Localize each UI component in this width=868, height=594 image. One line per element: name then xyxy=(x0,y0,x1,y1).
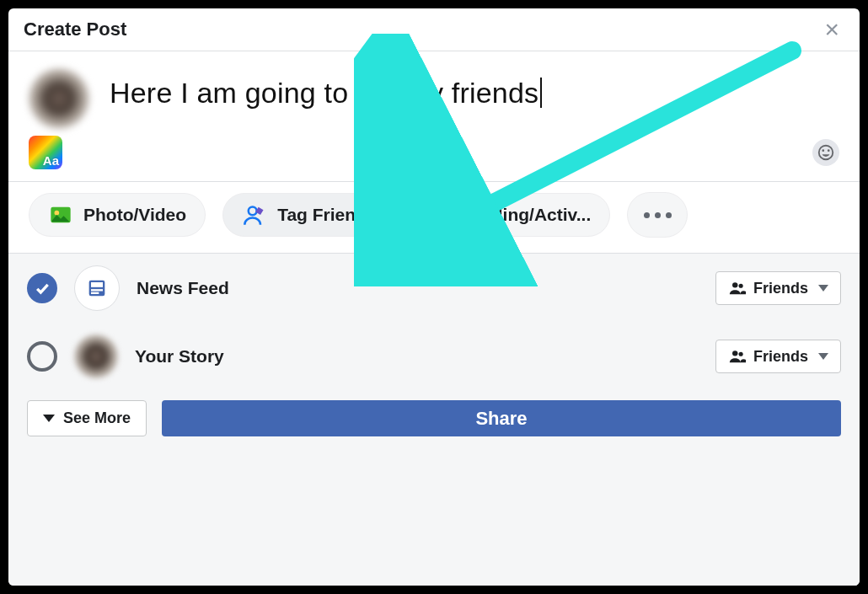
destination-news-feed[interactable]: News Feed Friends xyxy=(8,254,860,323)
feeling-activity-label: Feeling/Activ... xyxy=(468,205,592,225)
svg-rect-8 xyxy=(91,289,103,291)
photo-video-pill[interactable]: Photo/Video xyxy=(29,193,206,237)
post-text-input[interactable]: Here I am going to tag my friends xyxy=(110,68,839,110)
tag-friends-label: Tag Friends xyxy=(277,205,376,225)
svg-point-13 xyxy=(739,352,743,356)
create-post-dialog: Create Post × Here I am going to tag my … xyxy=(8,8,860,586)
svg-point-3 xyxy=(435,205,454,224)
composer-tools-row: Aa xyxy=(8,136,860,181)
feeling-activity-pill[interactable]: Feeling/Activ... xyxy=(413,193,611,237)
svg-rect-9 xyxy=(91,292,99,294)
dialog-footer: See More Share xyxy=(8,390,860,452)
dialog-title: Create Post xyxy=(24,19,126,40)
share-button[interactable]: Share xyxy=(162,400,841,436)
your-story-audience-button[interactable]: Friends xyxy=(715,340,841,373)
tag-friends-pill[interactable]: Tag Friends xyxy=(222,193,395,237)
svg-point-11 xyxy=(739,284,743,288)
friends-icon xyxy=(728,347,747,366)
feeling-icon xyxy=(432,202,458,227)
your-story-audience-label: Friends xyxy=(753,348,808,366)
your-story-avatar xyxy=(74,334,118,378)
composer-area: Here I am going to tag my friends xyxy=(8,51,860,136)
news-feed-icon xyxy=(74,265,120,311)
your-story-label: Your Story xyxy=(135,346,224,367)
your-story-radio[interactable] xyxy=(27,341,57,372)
svg-rect-7 xyxy=(91,282,103,287)
svg-point-2 xyxy=(249,206,257,215)
tag-friends-icon xyxy=(242,202,267,227)
more-options-pill[interactable] xyxy=(627,192,688,238)
news-feed-audience-label: Friends xyxy=(753,280,808,297)
photo-icon xyxy=(48,202,73,227)
background-aa-label: Aa xyxy=(43,153,59,168)
svg-point-5 xyxy=(447,211,450,215)
see-more-button[interactable]: See More xyxy=(27,400,147,436)
friends-icon xyxy=(728,279,747,297)
check-icon xyxy=(34,280,51,297)
news-feed-audience-button[interactable]: Friends xyxy=(715,271,841,305)
photo-video-label: Photo/Video xyxy=(83,205,186,225)
svg-point-10 xyxy=(732,282,737,287)
text-caret xyxy=(540,78,542,108)
smile-icon xyxy=(817,143,835,162)
close-icon[interactable]: × xyxy=(819,17,844,42)
news-feed-radio[interactable] xyxy=(27,273,57,303)
attachment-pill-bar: Photo/Video Tag Friends Feeling/Activ... xyxy=(8,181,860,253)
see-more-label: See More xyxy=(63,409,131,427)
post-text-value: Here I am going to tag my friends xyxy=(110,77,538,109)
avatar xyxy=(29,68,89,129)
chevron-down-icon xyxy=(818,353,828,360)
svg-point-12 xyxy=(732,351,737,356)
news-feed-label: News Feed xyxy=(137,278,229,298)
dialog-header: Create Post × xyxy=(8,8,860,51)
emoji-picker-button[interactable] xyxy=(812,139,839,166)
destinations-panel: News Feed Friends Your Story Friends xyxy=(8,253,860,586)
svg-point-4 xyxy=(440,211,443,215)
ellipsis-icon xyxy=(644,212,650,218)
destination-your-story[interactable]: Your Story Friends xyxy=(8,323,860,390)
chevron-down-icon xyxy=(818,285,828,292)
background-color-picker[interactable]: Aa xyxy=(29,136,62,169)
svg-point-1 xyxy=(55,211,60,216)
chevron-down-icon xyxy=(43,415,55,422)
